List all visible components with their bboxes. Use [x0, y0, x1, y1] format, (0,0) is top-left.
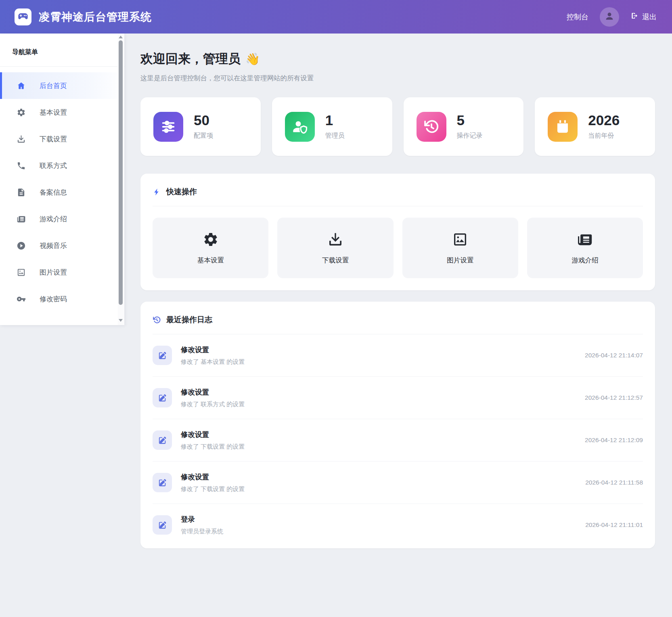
- log-row: 修改设置 修改了 下载设置 的设置 2026-04-12 21:11:58: [153, 462, 643, 504]
- log-title: 修改设置: [181, 472, 245, 482]
- log-timestamp: 2026-04-12 21:12:09: [585, 437, 643, 444]
- stat-label: 管理员: [325, 132, 345, 140]
- history-icon: [153, 316, 161, 324]
- scrollbar-thumb[interactable]: [119, 40, 123, 305]
- log-row: 修改设置 修改了 基本设置 的设置 2026-04-12 21:14:07: [153, 334, 643, 377]
- sidebar-item[interactable]: 下载设置: [0, 126, 124, 152]
- log-title: 修改设置: [181, 430, 245, 439]
- quick-action-label: 下载设置: [322, 256, 349, 265]
- welcome-text: 欢迎回来，管理员: [140, 50, 241, 67]
- quick-action-card[interactable]: 基本设置: [153, 218, 268, 278]
- stat-value: 1: [325, 113, 345, 128]
- log-timestamp: 2026-04-12 21:14:07: [585, 352, 643, 359]
- play-icon: [17, 241, 26, 250]
- sidebar-item[interactable]: 后台首页: [0, 72, 124, 99]
- log-title: 修改设置: [181, 387, 245, 397]
- sidebar-item[interactable]: 备案信息: [0, 179, 124, 206]
- gamepad-icon: [17, 10, 29, 23]
- sidebar-item-label: 游戏介绍: [40, 214, 67, 224]
- logout-icon: [630, 12, 639, 22]
- console-link[interactable]: 控制台: [567, 12, 588, 22]
- divider: [153, 206, 643, 206]
- logout-label: 退出: [642, 12, 657, 22]
- log-row: 登录 管理员登录系统 2026-04-12 21:11:01: [153, 504, 643, 546]
- avatar[interactable]: [600, 7, 619, 27]
- quick-action-grid: 基本设置 下载设置 图片设置 游戏介绍: [153, 218, 643, 278]
- nav-items: 后台首页 基本设置 下载设置 联系方式: [0, 67, 124, 312]
- header-bar: 凌霄神途后台管理系统 控制台 退出: [0, 0, 672, 34]
- calendar-icon: [548, 112, 578, 142]
- sidebar: 导航菜单 后台首页 基本设置 下载设置: [0, 34, 124, 325]
- sidebar-scrollbar[interactable]: [118, 34, 124, 325]
- sidebar-item-label: 修改密码: [40, 294, 67, 304]
- stat-cards: 50 配置项 1 管理员 5 操作记录: [140, 97, 655, 156]
- log-description: 修改了 基本设置 的设置: [181, 358, 245, 366]
- app-title: 凌霄神途后台管理系统: [39, 10, 152, 24]
- sidebar-item[interactable]: 基本设置: [0, 99, 124, 126]
- newspaper-icon: [577, 231, 593, 248]
- log-timestamp: 2026-04-12 21:11:01: [585, 521, 643, 529]
- stat-value: 50: [194, 113, 213, 128]
- phone-icon: [17, 161, 26, 170]
- sidebar-item-label: 备案信息: [40, 188, 67, 197]
- edit-icon: [153, 346, 172, 365]
- quick-action-label: 游戏介绍: [572, 256, 598, 265]
- quick-actions-panel: 快速操作 基本设置 下载设置: [140, 174, 655, 290]
- stat-label: 当前年份: [588, 132, 620, 140]
- recent-logs-panel: 最近操作日志 修改设置 修改了 基本设置 的设置 2026-04-12 21:1…: [140, 302, 655, 548]
- gear-icon: [203, 231, 219, 248]
- stat-card: 5 操作记录: [404, 97, 524, 156]
- admin-dashboard: 凌霄神途后台管理系统 控制台 退出 导航菜单 后台首页: [0, 0, 672, 617]
- download-icon: [327, 231, 343, 248]
- sidebar-item-label: 视频音乐: [40, 241, 67, 250]
- quick-action-card[interactable]: 图片设置: [402, 218, 518, 278]
- quick-action-label: 基本设置: [197, 256, 224, 265]
- stat-card: 50 配置项: [140, 97, 261, 156]
- log-row: 修改设置 修改了 联系方式 的设置 2026-04-12 21:12:57: [153, 377, 643, 419]
- gear-icon: [17, 108, 26, 117]
- log-description: 修改了 联系方式 的设置: [181, 401, 245, 408]
- sidebar-item[interactable]: 视频音乐: [0, 232, 124, 259]
- main-content: 欢迎回来，管理员 👋 这里是后台管理控制台，您可以在这里管理网站的所有设置 50…: [140, 34, 655, 548]
- header-actions: 控制台 退出: [567, 7, 657, 27]
- sidebar-item-label: 基本设置: [40, 108, 67, 117]
- user-icon: [604, 11, 615, 23]
- wave-emoji: 👋: [245, 52, 260, 66]
- sidebar-item[interactable]: 联系方式: [0, 152, 124, 179]
- sidebar-item[interactable]: 修改密码: [0, 285, 124, 312]
- log-title: 修改设置: [181, 345, 245, 355]
- app-logo: [15, 8, 31, 25]
- user-shield-icon: [285, 112, 315, 142]
- newspaper-icon: [17, 214, 26, 224]
- stat-value: 5: [457, 113, 483, 128]
- scrollbar-up-arrow[interactable]: [119, 36, 123, 38]
- history-icon: [417, 112, 446, 142]
- sidebar-item[interactable]: 图片设置: [0, 259, 124, 285]
- lightning-icon: [153, 188, 161, 196]
- stat-card: 1 管理员: [272, 97, 392, 156]
- log-timestamp: 2026-04-12 21:11:58: [585, 479, 643, 486]
- edit-icon: [153, 430, 172, 450]
- quick-action-card[interactable]: 游戏介绍: [527, 218, 643, 278]
- sidebar-item[interactable]: 游戏介绍: [0, 206, 124, 232]
- sliders-icon: [153, 112, 183, 142]
- image-icon: [17, 268, 26, 277]
- quick-action-card[interactable]: 下载设置: [277, 218, 393, 278]
- edit-icon: [153, 388, 172, 407]
- download-icon: [17, 134, 26, 144]
- sidebar-item-label: 下载设置: [40, 134, 67, 144]
- log-description: 管理员登录系统: [181, 528, 223, 535]
- sidebar-item-label: 联系方式: [40, 161, 67, 170]
- log-timestamp: 2026-04-12 21:12:57: [585, 394, 643, 401]
- image-icon: [452, 231, 468, 248]
- edit-icon: [153, 515, 172, 535]
- log-description: 修改了 下载设置 的设置: [181, 485, 245, 493]
- recent-logs-title: 最近操作日志: [153, 315, 643, 325]
- nav-section-label: 导航菜单: [0, 34, 124, 57]
- sidebar-item-label: 后台首页: [40, 81, 67, 90]
- log-title: 登录: [181, 514, 223, 524]
- quick-action-label: 图片设置: [447, 256, 473, 265]
- logout-button[interactable]: 退出: [630, 12, 657, 22]
- key-icon: [17, 294, 26, 304]
- scrollbar-down-arrow[interactable]: [119, 319, 123, 322]
